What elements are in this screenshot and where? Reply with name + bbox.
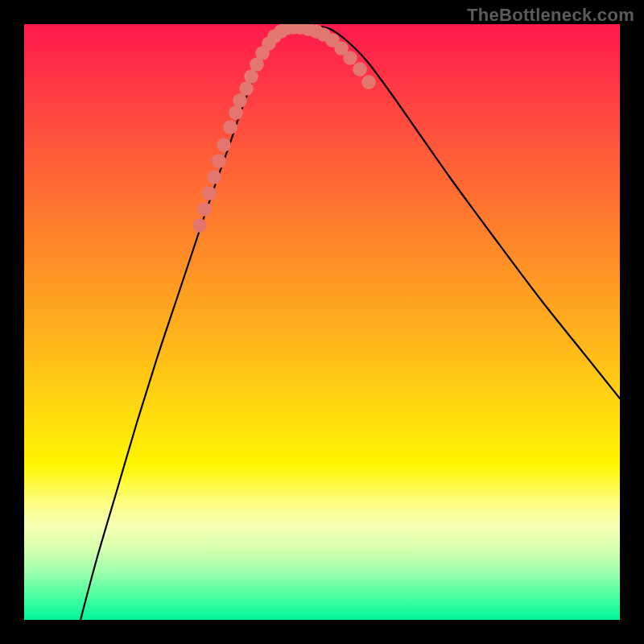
curve-marker [207,170,221,184]
curve-marker [244,69,258,84]
curve-marker [202,186,217,200]
curve-marker [361,75,376,89]
curve-marker [192,218,207,233]
curve-marker [233,93,247,108]
curve-marker [197,202,212,217]
curve-marker [353,62,367,76]
attribution-text: TheBottleneck.com [467,5,634,26]
curve-svg [24,24,620,620]
curve-marker [229,105,243,120]
curve-marker [223,120,237,134]
curve-markers [192,24,376,233]
curve-marker [217,138,231,152]
curve-marker [212,154,226,168]
curve-marker [239,81,254,96]
chart-plot-area [24,24,620,620]
curve-marker [343,51,357,65]
bottleneck-curve [80,26,620,620]
